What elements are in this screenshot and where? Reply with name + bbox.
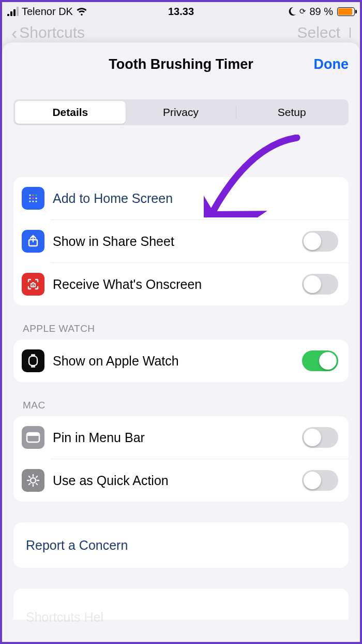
group-general: Add to Home Screen Show in Share Sheet [13,177,349,305]
row-label: Use as Quick Action [53,473,302,488]
apple-watch-icon [22,349,44,372]
settings-sheet: Tooth Brushing Timer Done Details Privac… [2,42,360,642]
tab-setup[interactable]: Setup [236,101,347,124]
row-label: Add to Home Screen [53,191,338,206]
done-button[interactable]: Done [314,56,349,72]
background-nav: ‹ Shortcuts Select [2,21,360,42]
section-header-watch: Apple Watch [23,323,339,334]
carrier-label: Telenor DK [22,6,73,18]
row-receive-onscreen[interactable]: Receive What's Onscreen [13,263,349,305]
battery-icon [337,7,355,16]
group-watch: Show on Apple Watch [13,340,349,382]
tab-bar: Details Privacy Setup [13,99,349,125]
row-quick-action[interactable]: Use as Quick Action [13,459,349,502]
row-report-concern[interactable]: Report a Concern [13,522,349,568]
svg-point-7 [29,200,31,202]
svg-point-5 [32,197,34,199]
svg-point-11 [33,285,34,286]
sheet-title: Tooth Brushing Timer [109,56,253,72]
home-screen-icon [22,187,44,210]
overflow-icon [350,27,351,38]
toggle-share-sheet[interactable] [302,231,338,252]
tab-privacy[interactable]: Privacy [126,101,236,124]
sheet-header: Tooth Brushing Timer Done [2,42,360,86]
share-icon [22,230,44,253]
toggle-receive-onscreen[interactable] [302,274,338,295]
row-add-to-home[interactable]: Add to Home Screen [13,177,349,219]
svg-point-2 [32,194,34,196]
back-label: Shortcuts [19,24,85,41]
row-label: Pin in Menu Bar [53,430,302,445]
svg-rect-14 [29,356,37,365]
toggle-pin-menu-bar[interactable] [302,427,338,448]
chevron-left-icon: ‹ [11,23,17,43]
peek-label: Shortcuts Hel [26,610,103,625]
row-share-sheet[interactable]: Show in Share Sheet [13,220,349,262]
window-icon [22,426,44,449]
svg-point-4 [29,197,31,199]
row-label: Show on Apple Watch [53,354,302,369]
group-report: Report a Concern [13,522,349,568]
row-label: Show in Share Sheet [53,234,302,249]
clock: 13.33 [123,6,239,18]
svg-rect-16 [27,433,39,436]
report-label: Report a Concern [26,538,128,553]
group-mac: Pin in Menu Bar Use as Quick Action [13,416,349,502]
orientation-lock-icon: ⟳ [299,7,306,16]
moon-icon [287,7,296,16]
toggle-quick-action[interactable] [302,470,338,491]
toggle-apple-watch[interactable] [302,350,338,371]
svg-point-9 [35,200,37,202]
svg-point-6 [35,197,37,199]
svg-point-17 [31,478,36,483]
group-peek-bottom: Shortcuts Hel [13,589,349,620]
signal-icon [7,7,19,16]
row-label: Receive What's Onscreen [53,277,302,292]
svg-point-1 [29,194,31,196]
svg-point-8 [32,200,34,202]
row-pin-menu-bar[interactable]: Pin in Menu Bar [13,416,349,459]
battery-percent: 89 % [309,6,333,18]
row-show-apple-watch[interactable]: Show on Apple Watch [13,340,349,382]
status-bar: Telenor DK 13.33 ⟳ 89 % [2,2,360,21]
tab-details[interactable]: Details [15,101,126,124]
gear-icon [22,469,44,492]
wifi-icon [76,7,87,16]
capture-icon [22,273,44,296]
select-label: Select [297,24,340,41]
svg-point-3 [35,194,37,196]
section-header-mac: Mac [23,400,339,411]
